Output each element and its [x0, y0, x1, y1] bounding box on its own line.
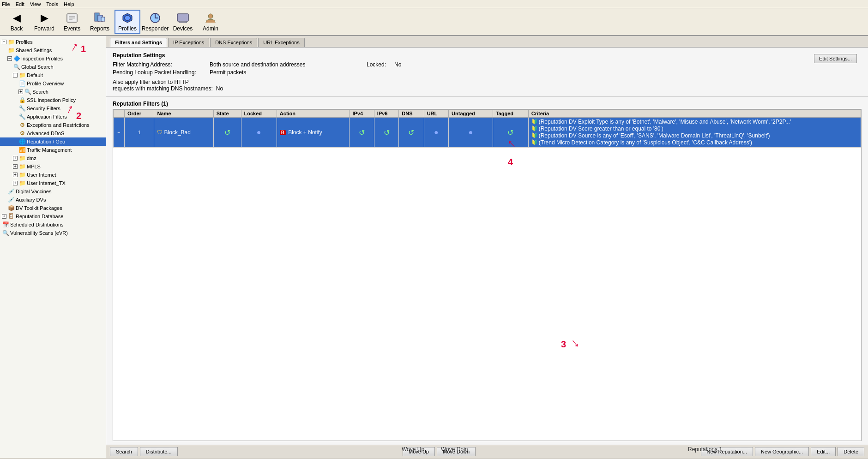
- forward-button[interactable]: ▶ Forward: [31, 10, 57, 34]
- bottom-bar: Search Distribute... Move Up Move Down N…: [106, 445, 868, 458]
- expand-user-internet[interactable]: +: [13, 173, 18, 177]
- criteria-4: 🔰 (Trend Micro Detection Category is any…: [531, 139, 858, 146]
- sidebar-item-traffic[interactable]: 📶 Traffic Management: [0, 146, 106, 154]
- sidebar-item-security-filters[interactable]: 🔧 Security Filters: [0, 104, 106, 113]
- expand-profiles[interactable]: −: [2, 40, 6, 44]
- responder-button[interactable]: Responder: [142, 10, 168, 34]
- col-dns[interactable]: DNS: [399, 110, 424, 118]
- sidebar-item-scheduled[interactable]: 📅 Scheduled Distributions: [0, 221, 106, 229]
- folder-icon: 📁: [7, 38, 15, 46]
- new-geographic-button[interactable]: New Geographic...: [755, 447, 809, 456]
- sidebar-item-shared-settings[interactable]: 📁 Shared Settings: [0, 46, 106, 54]
- criteria-bullet-2: 🔰: [531, 125, 538, 131]
- move-up-button[interactable]: Move Up: [403, 447, 435, 456]
- sidebar-item-ddos[interactable]: ⚙ Advanced DDoS: [0, 129, 106, 137]
- expand-rep-db[interactable]: +: [2, 214, 6, 219]
- col-order[interactable]: Order: [125, 110, 154, 118]
- sidebar-item-digital-vaccines[interactable]: 💉 Digital Vaccines: [0, 187, 106, 196]
- delete-button[interactable]: Delete: [838, 447, 864, 456]
- sidebar-label-app-filters: Application Filters: [27, 114, 67, 119]
- admin-button[interactable]: Admin: [198, 10, 223, 34]
- table-row[interactable]: − 1 🛡 Block_Bad ↺: [114, 118, 861, 148]
- locked-dot: ●: [257, 128, 261, 136]
- menu-file[interactable]: File: [2, 1, 10, 7]
- overview-icon: 📄: [18, 80, 26, 87]
- sidebar-item-user-internet[interactable]: + 📁 User Internet: [0, 171, 106, 179]
- reports-button[interactable]: Reports: [87, 10, 113, 34]
- sidebar-item-dv-toolkit[interactable]: 📦 DV Toolkit Packages: [0, 204, 106, 212]
- col-criteria[interactable]: Criteria: [528, 110, 861, 118]
- tab-filters-settings[interactable]: Filters and Settings: [110, 38, 167, 47]
- sidebar-item-search[interactable]: + 🔍 Search: [0, 88, 106, 96]
- menu-tools[interactable]: Tools: [46, 1, 58, 7]
- sidebar-item-mpls[interactable]: + 📁 MPLS: [0, 162, 106, 171]
- tab-dns-exceptions[interactable]: DNS Exceptions: [210, 38, 257, 47]
- edit-button[interactable]: Edit...: [811, 447, 836, 456]
- menu-view[interactable]: View: [30, 1, 41, 7]
- sidebar-item-reputation-db[interactable]: + 🗄 Reputation Database: [0, 212, 106, 221]
- sidebar-item-user-internet-tx[interactable]: + 📁 User Internet_TX: [0, 179, 106, 187]
- sidebar-item-inspection[interactable]: − 🔷 Inspection Profiles: [0, 54, 106, 63]
- col-ipv6[interactable]: IPv6: [374, 110, 398, 118]
- col-action[interactable]: Action: [277, 110, 350, 118]
- sidebar-item-app-filters[interactable]: 🔧 Application Filters: [0, 113, 106, 121]
- vuln-icon: 🔍: [2, 229, 9, 237]
- col-untagged[interactable]: Untagged: [449, 110, 493, 118]
- criteria-3: 🔰 (Reputation DV Source is any of 'Esoff…: [531, 132, 858, 139]
- expand-search[interactable]: +: [18, 89, 23, 94]
- menu-edit[interactable]: Edit: [16, 1, 24, 7]
- expand-dmz[interactable]: +: [13, 156, 18, 161]
- col-url[interactable]: URL: [424, 110, 448, 118]
- tab-bar: Filters and Settings IP Exceptions DNS E…: [106, 36, 868, 48]
- search-button[interactable]: Search: [110, 447, 138, 456]
- expand-default[interactable]: −: [13, 73, 18, 77]
- events-button[interactable]: Events: [59, 10, 85, 34]
- col-state[interactable]: State: [213, 110, 241, 118]
- devices-icon: [176, 12, 189, 24]
- col-name[interactable]: Name: [154, 110, 213, 118]
- expand-mpls[interactable]: +: [13, 164, 18, 169]
- sidebar-label-user-internet-tx: User Internet_TX: [27, 180, 66, 186]
- sidebar-item-dmz[interactable]: + 📁 dmz: [0, 154, 106, 162]
- tab-ip-exceptions[interactable]: IP Exceptions: [168, 38, 209, 47]
- sidebar-item-vuln[interactable]: 🔍 Vulnerability Scans (eVR): [0, 229, 106, 237]
- new-reputation-button[interactable]: New Reputation...: [701, 447, 753, 456]
- sidebar-item-profile-overview[interactable]: 📄 Profile Overview: [0, 79, 106, 88]
- folder-icon-default: 📁: [18, 72, 26, 79]
- filter-matching-value: Both source and destination addresses: [210, 61, 367, 68]
- sidebar-item-auxiliary-dvs[interactable]: 💉 Auxiliary DVs: [0, 196, 106, 204]
- criteria-text-4: (Trend Micro Detection Category is any o…: [539, 139, 752, 146]
- name-value: Block_Bad: [164, 129, 191, 136]
- cell-ipv4: ↺: [350, 118, 374, 148]
- col-ipv4[interactable]: IPv4: [350, 110, 374, 118]
- tab-url-exceptions[interactable]: URL Exceptions: [258, 38, 304, 47]
- expand-inspection[interactable]: −: [7, 56, 12, 61]
- move-down-button[interactable]: Move Down: [437, 447, 476, 456]
- admin-icon: [204, 12, 217, 24]
- col-tagged[interactable]: Tagged: [493, 110, 528, 118]
- cell-dns: ↺: [399, 118, 424, 148]
- sidebar-label-aux-dv: Auxiliary DVs: [16, 197, 46, 203]
- sidebar-item-profiles[interactable]: − 📁 Profiles: [0, 38, 106, 46]
- col-locked[interactable]: Locked: [241, 110, 277, 118]
- sidebar-item-global-search[interactable]: 🔍 Global Search: [0, 63, 106, 71]
- search-icon-2: 🔍: [24, 88, 31, 95]
- locked-label: Locked:: [367, 61, 394, 68]
- profiles-button[interactable]: Profiles: [115, 10, 140, 34]
- rep-db-icon: 🗄: [7, 213, 15, 220]
- devices-button[interactable]: Devices: [170, 10, 196, 34]
- menu-help[interactable]: Help: [64, 1, 74, 7]
- back-button[interactable]: ◀ Back: [4, 10, 30, 34]
- sidebar-item-reputation-geo[interactable]: 🌐 Reputation / Geo: [0, 137, 106, 146]
- cell-name: 🛡 Block_Bad: [154, 118, 213, 148]
- sidebar-item-ssl[interactable]: 🔒 SSL Inspection Policy: [0, 96, 106, 104]
- ipv6-icon: ↺: [384, 129, 390, 137]
- sidebar-label-dmz: dmz: [27, 155, 36, 161]
- sidebar-item-default[interactable]: − 📁 Default: [0, 71, 106, 79]
- distribute-button[interactable]: Distribute...: [140, 447, 178, 456]
- expand-user-internet-tx[interactable]: +: [13, 181, 18, 185]
- sidebar-item-exceptions[interactable]: ⚙ Exceptions and Restrictions: [0, 121, 106, 129]
- action-value: Block + Notify: [288, 129, 322, 136]
- edit-settings-button[interactable]: Edit Settings...: [814, 54, 857, 63]
- cell-untagged: ●: [449, 118, 493, 148]
